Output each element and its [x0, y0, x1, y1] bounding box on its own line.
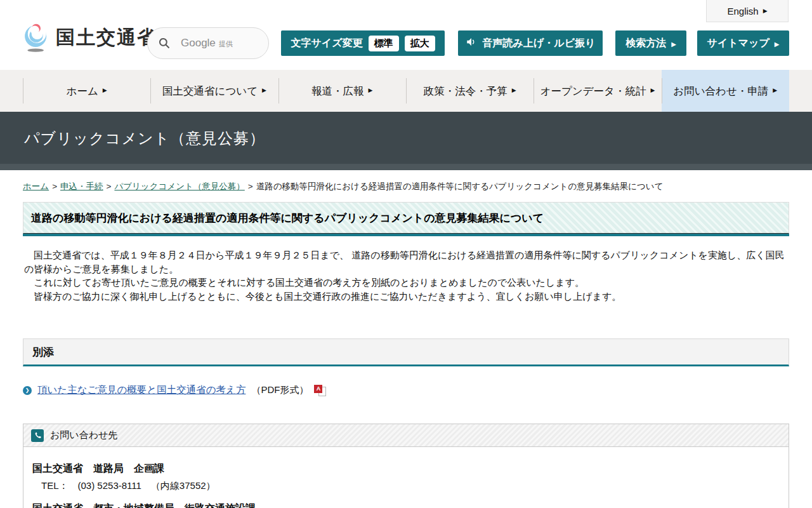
- pdf-format-note: （PDF形式）: [251, 384, 308, 396]
- paragraph: これに対してお寄せ頂いたご意見の概要とそれに対する国土交通省の考え方を別紙のとお…: [24, 276, 787, 290]
- nav-item-label: オープンデータ・統計: [540, 84, 646, 98]
- breadcrumb: ホーム>申込・手続>パブリックコメント（意見公募）>道路の移動等円滑化における経…: [23, 181, 789, 192]
- contact-entry: 国土交通省 道路局 企画課 TEL： (03) 5253-8111 （内線375…: [32, 462, 780, 492]
- pdf-adobe-badge: [314, 385, 322, 393]
- link-bullet-arrow-icon: [23, 386, 32, 395]
- font-size-label: 文字サイズ変更: [291, 37, 362, 50]
- article-body: 国土交通省では、平成１９年８月２４日から平成１９年９月２５日まで、 道路の移動等…: [24, 248, 787, 303]
- phone-icon: [31, 429, 44, 442]
- page-title: パブリックコメント（意見公募）: [24, 128, 265, 149]
- paragraph: 皆様方のご協力に深く御礼申し上げるとともに、今後とも国土交通行政の推進にご協力い…: [24, 290, 787, 304]
- sitemap-label: サイトマップ: [707, 37, 769, 50]
- arrow-right-icon: ▶: [369, 87, 373, 94]
- breadcrumb-link-public-comment[interactable]: パブリックコメント（意見公募）: [114, 182, 244, 191]
- english-label: English: [727, 6, 758, 17]
- search-provider-label: Google: [181, 37, 216, 49]
- nav-item-opendata[interactable]: オープンデータ・統計▶: [534, 70, 661, 112]
- arrow-right-icon: ▶: [512, 87, 516, 94]
- contact-section: お問い合わせ先 国土交通省 道路局 企画課 TEL： (03) 5253-811…: [23, 424, 789, 508]
- contact-department: 国土交通省 道路局 企画課: [32, 462, 780, 476]
- nav-item-about[interactable]: 国土交通省について▶: [150, 70, 278, 112]
- font-size-standard-button[interactable]: 標準: [369, 36, 399, 51]
- search-icon: [158, 37, 171, 50]
- paragraph: 国土交通省では、平成１９年８月２４日から平成１９年９月２５日まで、 道路の移動等…: [24, 248, 787, 276]
- nav-item-home[interactable]: ホーム▶: [23, 70, 150, 112]
- nav-item-contact[interactable]: お問い合わせ・申請▶: [662, 70, 789, 112]
- breadcrumb-separator: >: [248, 182, 253, 191]
- breadcrumb-separator: >: [107, 182, 112, 191]
- breadcrumb-current: 道路の移動等円滑化における経過措置の適用条件等に関するパブリックコメントの意見募…: [256, 182, 664, 191]
- arrow-right-icon: ▶: [763, 8, 768, 14]
- font-size-control: 文字サイズ変更 標準 拡大: [281, 30, 445, 56]
- site-title: 国土交通省: [56, 25, 157, 51]
- nav-item-label: 報道・広報: [311, 84, 364, 98]
- breadcrumb-link-procedures[interactable]: 申込・手続: [60, 182, 103, 191]
- page-banner: パブリックコメント（意見公募）: [0, 112, 812, 170]
- nav-item-policy[interactable]: 政策・法令・予算▶: [406, 70, 534, 112]
- article-heading: 道路の移動等円滑化における経過措置の適用条件等に関するパブリックコメントの意見募…: [23, 202, 789, 234]
- pdf-file-icon[interactable]: [314, 385, 326, 396]
- arrow-right-icon: ▶: [103, 87, 107, 94]
- nav-item-label: お問い合わせ・申請: [673, 84, 768, 98]
- contact-tel: TEL： (03) 5253-8111 （内線37552）: [32, 480, 780, 492]
- search-input[interactable]: Google提供: [147, 27, 269, 59]
- audio-readout-button[interactable]: 音声読み上げ・ルビ振り: [458, 30, 603, 56]
- arrow-right-icon: ▶: [262, 87, 266, 94]
- arrow-right-icon: ▶: [773, 87, 777, 94]
- main-navigation: ホーム▶ 国土交通省について▶ 報道・広報▶ 政策・法令・予算▶ オープンデータ…: [0, 70, 812, 112]
- attachment-pdf-link[interactable]: 頂いた主なご意見の概要と国土交通省の考え方: [37, 384, 246, 397]
- speaker-icon: [466, 36, 477, 50]
- search-method-button[interactable]: 検索方法: [615, 30, 686, 56]
- arrow-right-icon: [671, 37, 676, 49]
- contact-entry: 国土交通省 都市・地域整備局 街路交通施設課 TEL： (03) 5253-81…: [32, 502, 780, 508]
- arrow-right-icon: [775, 37, 780, 49]
- article-heading-box: 道路の移動等円滑化における経過措置の適用条件等に関するパブリックコメントの意見募…: [23, 202, 789, 236]
- font-size-large-button[interactable]: 拡大: [405, 36, 435, 51]
- nav-item-label: 政策・法令・予算: [424, 84, 508, 98]
- nav-item-press[interactable]: 報道・広報▶: [278, 70, 406, 112]
- contact-department: 国土交通省 都市・地域整備局 街路交通施設課: [32, 502, 780, 508]
- contact-header-label: お問い合わせ先: [50, 429, 117, 441]
- breadcrumb-link-home[interactable]: ホーム: [23, 182, 49, 191]
- arrow-right-icon: ▶: [650, 87, 655, 94]
- mlit-logo[interactable]: 国土交通省: [22, 19, 157, 56]
- breadcrumb-separator: >: [52, 182, 57, 191]
- sitemap-button[interactable]: サイトマップ: [697, 30, 789, 56]
- site-header: 国土交通省 Google提供 文字サイズ変更 標準 拡大 音声読み上げ・ルビ振り…: [0, 0, 812, 70]
- nav-item-label: 国土交通省について: [162, 84, 258, 98]
- search-method-label: 検索方法: [625, 37, 666, 50]
- attachment-link-row: 頂いた主なご意見の概要と国土交通省の考え方 （PDF形式）: [23, 384, 789, 397]
- audio-readout-label: 音声読み上げ・ルビ振り: [483, 37, 596, 50]
- mlit-logo-icon: [22, 19, 51, 56]
- nav-item-label: ホーム: [67, 84, 98, 98]
- search-provided-by-label: 提供: [219, 40, 233, 48]
- attachment-section-title: 別添: [23, 338, 789, 366]
- contact-body: 国土交通省 道路局 企画課 TEL： (03) 5253-8111 （内線375…: [23, 447, 789, 508]
- contact-header: お問い合わせ先: [23, 424, 789, 447]
- main-content: 道路の移動等円滑化における経過措置の適用条件等に関するパブリックコメントの意見募…: [0, 202, 812, 508]
- english-button[interactable]: English ▶: [706, 0, 789, 22]
